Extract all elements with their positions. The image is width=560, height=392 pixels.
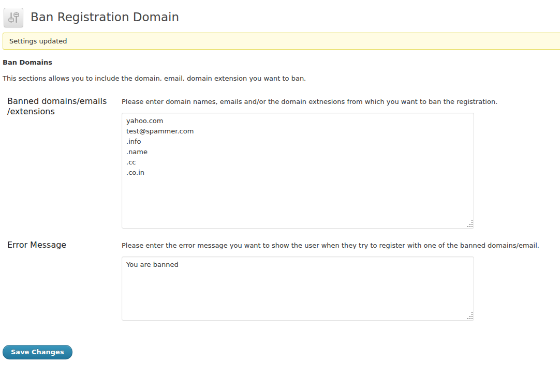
page-header: Ban Registration Domain [0,0,560,27]
settings-sliders-icon [4,8,23,27]
banned-domains-description: Please enter domain names, emails and/or… [122,98,560,105]
form-row-error-message: Error Message Please enter the error mes… [0,239,560,321]
section-heading: Ban Domains [3,58,560,66]
banned-domains-textarea-wrap: yahoo.com test@spammer.com .info .name .… [122,113,474,229]
error-message-field: Please enter the error message you want … [122,239,560,321]
error-message-description: Please enter the error message you want … [122,242,560,249]
save-changes-button[interactable]: Save Changes [3,345,72,359]
banned-domains-label: Banned domains/emails /extensions [0,95,122,117]
section-description: This sections allows you to include the … [3,74,560,82]
ban-registration-domain-page: Ban Registration Domain Settings updated… [0,0,560,392]
ban-domains-form: Banned domains/emails /extensions Please… [0,95,560,321]
page-title: Ban Registration Domain [31,10,179,25]
settings-updated-notice: Settings updated [3,33,560,50]
error-message-label: Error Message [0,239,122,250]
banned-domains-textarea[interactable]: yahoo.com test@spammer.com .info .name .… [122,113,474,229]
error-message-textarea[interactable]: You are banned [122,257,474,321]
banned-domains-field: Please enter domain names, emails and/or… [122,95,560,229]
form-row-banned-domains: Banned domains/emails /extensions Please… [0,95,560,229]
error-message-textarea-wrap: You are banned [122,257,474,321]
notice-text: Settings updated [9,37,67,45]
